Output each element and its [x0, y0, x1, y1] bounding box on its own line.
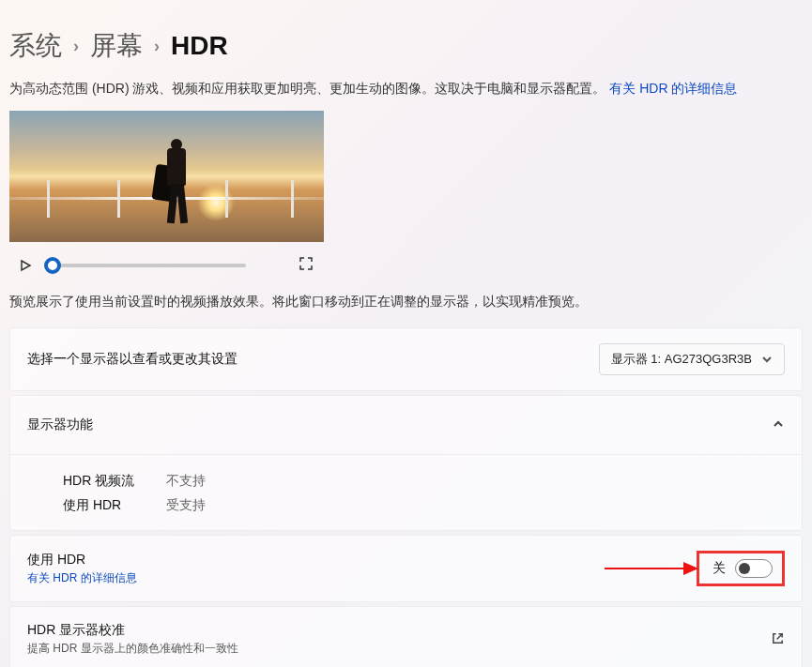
hdr-info-link[interactable]: 有关 HDR 的详细信息 — [609, 81, 737, 96]
play-icon[interactable] — [15, 259, 36, 272]
use-hdr-card: 使用 HDR 有关 HDR 的详细信息 关 — [9, 535, 803, 602]
hdr-calibration-row[interactable]: HDR 显示器校准 提高 HDR 显示器上的颜色准确性和一致性 — [10, 607, 802, 667]
hdr-calibration-card: HDR 显示器校准 提高 HDR 显示器上的颜色准确性和一致性 — [9, 606, 803, 667]
calibration-sub: 提高 HDR 显示器上的颜色准确性和一致性 — [27, 641, 238, 657]
open-external-icon[interactable] — [771, 631, 785, 648]
breadcrumb-current: HDR — [171, 31, 228, 61]
breadcrumb: 系统 › 屏幕 › HDR — [9, 9, 803, 81]
capabilities-header: 显示器功能 — [27, 417, 93, 433]
chevron-down-icon — [761, 354, 773, 365]
chevron-up-icon[interactable] — [772, 417, 785, 433]
use-hdr-text: 使用 HDR 有关 HDR 的详细信息 — [27, 552, 137, 586]
video-controls — [9, 242, 324, 284]
description-text: 为高动态范围 (HDR) 游戏、视频和应用获取更加明亮、更加生动的图像。这取决于… — [9, 81, 605, 96]
capability-row: 使用 HDR 受支持 — [63, 493, 785, 517]
video-progress-slider[interactable] — [49, 256, 246, 275]
breadcrumb-system[interactable]: 系统 — [9, 28, 62, 64]
display-dropdown[interactable]: 显示器 1: AG273QG3R3B — [599, 343, 785, 375]
svg-marker-1 — [683, 562, 698, 575]
toggle-state-label: 关 — [712, 560, 726, 577]
display-select-label: 选择一个显示器以查看或更改其设置 — [27, 351, 237, 368]
fullscreen-icon[interactable] — [298, 255, 314, 275]
capability-key: 使用 HDR — [63, 493, 147, 517]
page-description: 为高动态范围 (HDR) 游戏、视频和应用获取更加明亮、更加生动的图像。这取决于… — [9, 81, 803, 111]
chevron-right-icon: › — [73, 37, 79, 56]
display-capabilities-card: 显示器功能 HDR 视频流 不支持 使用 HDR 受支持 — [9, 395, 803, 531]
chevron-right-icon: › — [154, 37, 160, 56]
use-hdr-toggle[interactable] — [735, 559, 773, 578]
breadcrumb-display[interactable]: 屏幕 — [90, 28, 143, 64]
slider-thumb[interactable] — [44, 257, 61, 274]
capabilities-list: HDR 视频流 不支持 使用 HDR 受支持 — [10, 454, 802, 530]
video-preview — [9, 111, 324, 284]
capability-value: 不支持 — [166, 468, 206, 493]
annotation-arrow — [605, 557, 698, 580]
preview-note: 预览展示了使用当前设置时的视频播放效果。将此窗口移动到正在调整的显示器，以实现精… — [9, 284, 803, 327]
display-select-card: 选择一个显示器以查看或更改其设置 显示器 1: AG273QG3R3B — [9, 327, 803, 391]
use-hdr-title: 使用 HDR — [27, 552, 137, 568]
display-dropdown-value: 显示器 1: AG273QG3R3B — [611, 351, 752, 368]
video-thumbnail[interactable] — [9, 111, 324, 242]
capability-key: HDR 视频流 — [63, 468, 147, 493]
use-hdr-link[interactable]: 有关 HDR 的详细信息 — [27, 570, 137, 586]
capabilities-header-row[interactable]: 显示器功能 — [10, 396, 802, 454]
capability-value: 受支持 — [166, 493, 206, 517]
annotation-highlight: 关 — [697, 551, 785, 586]
capability-row: HDR 视频流 不支持 — [63, 468, 785, 493]
calibration-title: HDR 显示器校准 — [27, 622, 238, 639]
